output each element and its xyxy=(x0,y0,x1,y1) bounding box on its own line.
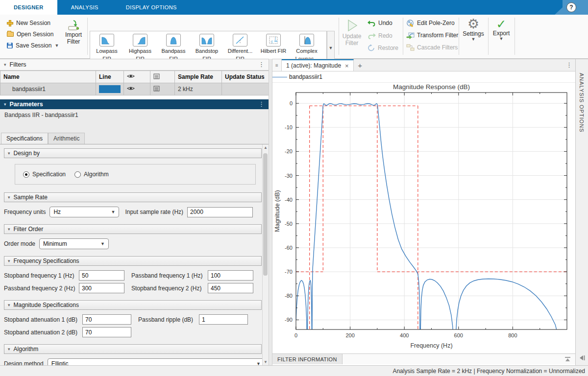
cascade-filters-button[interactable]: Cascade Filters xyxy=(406,44,458,51)
x-axis-label: Frequency (Hz) xyxy=(410,342,452,349)
ribbon-tab-bar: DESIGNER ANALYSIS DISPLAY OPTIONS ? xyxy=(0,0,588,15)
settings-button[interactable]: ⚙ Settings ▼ xyxy=(462,18,485,41)
filter-name-cell[interactable]: bandpassiir1 xyxy=(0,83,96,95)
gear-icon: ⚙ xyxy=(467,18,479,30)
redo-button[interactable]: Redo xyxy=(368,32,392,39)
undo-button[interactable]: Undo xyxy=(368,19,392,26)
filter-update-status-cell[interactable] xyxy=(222,83,269,95)
lowpass-icon xyxy=(99,34,114,47)
svg-text:-60: -60 xyxy=(285,245,293,251)
tab-analysis[interactable]: ANALYSIS xyxy=(57,0,112,15)
tab-specifications[interactable]: Specifications xyxy=(1,133,48,144)
scrollbar-thumb[interactable] xyxy=(263,153,268,276)
tab-display-options[interactable]: DISPLAY OPTIONS xyxy=(112,0,191,15)
add-plot-tab-button[interactable]: + xyxy=(354,59,367,71)
help-button[interactable]: ? xyxy=(566,2,576,12)
col-sample-rate[interactable]: Sample Rate xyxy=(175,71,222,83)
stopband-freq2-label: Stopband frequency 2 (Hz) xyxy=(131,285,208,292)
divider xyxy=(514,18,515,55)
filters-menu-icon[interactable]: ⋮ xyxy=(258,62,265,67)
update-filter-button[interactable]: Update Filter xyxy=(341,18,363,47)
close-tab-icon[interactable]: × xyxy=(345,62,349,70)
tab-arithmetic[interactable]: Arithmetic xyxy=(48,133,85,144)
frequency-specifications-header[interactable]: ▾ Frequency Specifications xyxy=(4,256,262,266)
filter-line-cell[interactable] xyxy=(96,83,124,95)
specifications-content: ▾ Design by Specification Algorithm ▾ Sa… xyxy=(0,144,269,365)
filter-order-header[interactable]: ▾ Filter Order xyxy=(4,224,262,234)
filter-row-bandpassiir1[interactable]: bandpassiir1 2 kHz xyxy=(0,83,269,95)
design-by-header[interactable]: ▾ Design by xyxy=(4,148,262,158)
restore-icon xyxy=(368,44,375,51)
col-name[interactable]: Name xyxy=(0,71,96,83)
svg-text:200: 200 xyxy=(345,332,354,338)
radio-dot[interactable] xyxy=(23,171,29,178)
stopband-freq2-field[interactable] xyxy=(208,283,253,293)
col-visible[interactable] xyxy=(124,71,150,83)
restore-button[interactable]: Restore xyxy=(368,44,398,51)
ribbon: New Session Open Session Save Session ▼ … xyxy=(0,15,588,59)
edit-pole-zero-button[interactable]: Edit Pole-Zero xyxy=(406,19,455,27)
input-sample-rate-field[interactable] xyxy=(187,207,253,217)
panel-splitter[interactable] xyxy=(269,59,272,365)
open-session-button[interactable]: Open Session xyxy=(7,30,53,39)
analysis-options-button[interactable]: ANALYSIS OPTIONS xyxy=(579,73,585,133)
filter-info-cell[interactable] xyxy=(150,83,175,95)
bandstop-icon xyxy=(199,34,214,47)
passband-ripple-field[interactable] xyxy=(199,314,248,325)
stopband-freq1-field[interactable] xyxy=(79,270,124,281)
collapse-triangle-icon[interactable]: ▾ xyxy=(4,102,6,107)
magnitude-plot-tab[interactable]: 1 (active): Magnitude × xyxy=(282,59,354,71)
collapse-triangle-icon[interactable]: ▾ xyxy=(4,62,6,67)
col-info[interactable] xyxy=(150,71,175,83)
filter-visible-cell[interactable] xyxy=(124,83,150,95)
passband-freq1-field[interactable] xyxy=(208,270,253,281)
algorithm-header[interactable]: ▾ Algorithm xyxy=(4,344,262,354)
svg-text:-70: -70 xyxy=(285,269,293,275)
collapse-panel-icon[interactable] xyxy=(578,354,586,361)
scroll-up-icon[interactable]: ▲ xyxy=(264,145,268,150)
radio-algorithm[interactable]: Algorithm xyxy=(74,171,109,178)
new-session-button[interactable]: New Session xyxy=(7,19,50,27)
parameters-tabs: Specifications Arithmetic xyxy=(0,121,269,144)
tab-grip-icon[interactable]: ≡ xyxy=(272,59,282,71)
col-update-status[interactable]: Update Status xyxy=(222,71,269,83)
scroll-down-icon[interactable]: ▼ xyxy=(264,360,268,364)
export-button[interactable]: ✓ Export ▼ xyxy=(490,18,513,41)
filter-information-label[interactable]: FILTER INFORMATION xyxy=(272,354,343,364)
tab-designer[interactable]: DESIGNER xyxy=(0,0,57,15)
stopband-atten2-field[interactable] xyxy=(82,327,131,337)
order-mode-dropdown[interactable]: Minimum ▼ xyxy=(39,238,109,249)
parameters-panel-header[interactable]: ▾ Parameters ⋮ xyxy=(0,99,269,109)
complex-lowpass-icon xyxy=(299,34,314,47)
bandpass-icon xyxy=(166,34,181,47)
parameters-menu-icon[interactable]: ⋮ xyxy=(258,102,265,107)
svg-text:-50: -50 xyxy=(285,221,293,227)
plot-menu-icon[interactable]: ⋮ xyxy=(566,61,572,69)
import-filter-icon xyxy=(67,20,80,31)
transform-filter-button[interactable]: Transform Filter xyxy=(406,31,458,39)
chevron-down-icon: ▼ xyxy=(111,210,115,214)
highpass-icon xyxy=(133,34,147,47)
filters-panel-header[interactable]: ▾ Filters ⋮ xyxy=(0,59,269,70)
radio-specification[interactable]: Specification xyxy=(23,171,66,178)
design-mask xyxy=(296,106,567,334)
save-dropdown-arrow[interactable]: ▼ xyxy=(54,44,59,47)
filter-sample-rate-cell[interactable]: 2 kHz xyxy=(175,83,222,95)
magnitude-specifications-header[interactable]: ▾ Magnitude Specifications xyxy=(4,300,262,310)
line-color-swatch[interactable] xyxy=(99,85,121,93)
analysis-options-strip: ANALYSIS OPTIONS xyxy=(575,59,588,365)
passband-freq2-field[interactable] xyxy=(79,283,124,293)
parameters-scrollbar[interactable]: ▲ ▼ xyxy=(262,144,269,365)
col-line[interactable]: Line xyxy=(96,71,124,83)
import-filter-button[interactable]: Import Filter xyxy=(63,20,84,45)
stopband-atten1-field[interactable] xyxy=(82,314,131,325)
stopband-atten1-label: Stopband attenuation 1 (dB) xyxy=(4,316,82,323)
svg-text:600: 600 xyxy=(454,332,463,338)
expand-filter-info-button[interactable] xyxy=(564,354,575,364)
save-session-button[interactable]: Save Session ▼ xyxy=(7,41,59,50)
svg-text:-90: -90 xyxy=(285,317,293,323)
sample-rate-header[interactable]: ▾ Sample Rate xyxy=(4,192,262,202)
radio-dot[interactable] xyxy=(74,171,81,178)
svg-text:-10: -10 xyxy=(285,124,293,130)
frequency-units-dropdown[interactable]: Hz ▼ xyxy=(49,207,119,217)
